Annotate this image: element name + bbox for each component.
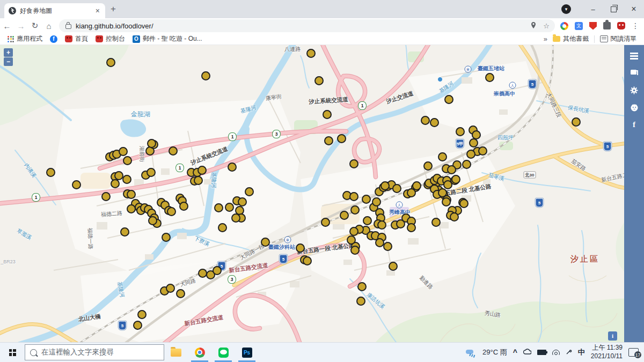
map-marker[interactable]: [176, 289, 185, 298]
map-marker[interactable]: [162, 233, 171, 242]
layers-book-icon[interactable]: [630, 69, 639, 78]
location-pin-icon[interactable]: [530, 21, 537, 31]
map-marker[interactable]: [357, 282, 367, 291]
map-marker[interactable]: [466, 150, 475, 159]
map-marker[interactable]: [350, 246, 360, 255]
map-marker[interactable]: [119, 147, 128, 156]
home-icon[interactable]: ⌂: [42, 21, 56, 31]
map-marker[interactable]: [46, 168, 55, 177]
map-marker[interactable]: [423, 161, 433, 171]
bookmarks-overflow-chevron[interactable]: »: [544, 35, 547, 43]
map-marker[interactable]: [321, 218, 330, 227]
map-marker[interactable]: [231, 213, 240, 223]
map-marker[interactable]: [111, 179, 120, 188]
map-marker[interactable]: [392, 184, 401, 193]
map-marker[interactable]: [324, 136, 333, 145]
map-marker[interactable]: [133, 321, 142, 330]
bookmark-facebook[interactable]: f: [50, 35, 57, 43]
github-icon[interactable]: [630, 103, 639, 112]
lock-icon[interactable]: [65, 24, 71, 29]
map-marker[interactable]: [306, 49, 316, 58]
reload-icon[interactable]: ↻: [28, 21, 42, 31]
taskbar-line[interactable]: [211, 343, 235, 362]
menu-hamburger-icon[interactable]: [630, 51, 639, 61]
adblock-shield-extension-icon[interactable]: [589, 22, 597, 30]
map-marker[interactable]: [442, 197, 451, 206]
map-marker[interactable]: [443, 180, 452, 189]
battery-icon[interactable]: [537, 350, 546, 355]
map-marker[interactable]: [101, 192, 111, 201]
map-marker[interactable]: [147, 139, 156, 148]
map-attribution-info-button[interactable]: i: [608, 331, 617, 341]
reading-list[interactable]: 閱讀清單: [600, 34, 636, 43]
map-marker[interactable]: [72, 180, 81, 189]
extensions-puzzle-icon[interactable]: [603, 22, 611, 29]
map-marker[interactable]: [214, 203, 223, 212]
map-marker[interactable]: [194, 176, 203, 185]
url-text[interactable]: kiang.github.io/foodlover/: [76, 22, 524, 30]
map-marker[interactable]: [323, 110, 332, 119]
map-marker[interactable]: [148, 216, 157, 225]
map-marker[interactable]: [303, 256, 312, 265]
map-marker[interactable]: [167, 207, 176, 216]
map-marker[interactable]: [127, 190, 136, 199]
map-marker[interactable]: [120, 227, 129, 237]
map-marker[interactable]: [447, 165, 456, 174]
bookmark-home[interactable]: 首頁: [65, 34, 88, 43]
map-marker[interactable]: [261, 238, 270, 247]
map-marker[interactable]: [169, 146, 178, 156]
taskbar-clock[interactable]: 上午 11:39 2021/10/11: [591, 344, 623, 360]
map-marker[interactable]: [438, 152, 447, 161]
map-marker[interactable]: [314, 76, 324, 85]
map-marker[interactable]: [372, 197, 381, 206]
map-marker[interactable]: [444, 95, 453, 104]
notification-center-icon[interactable]: 17: [628, 348, 639, 357]
map-marker[interactable]: [383, 242, 392, 251]
settings-gear-icon[interactable]: [630, 86, 639, 95]
bookmark-star-icon[interactable]: ☆: [543, 22, 550, 30]
address-bar[interactable]: kiang.github.io/foodlover/ ☆: [59, 19, 555, 32]
red-monster-extension-icon[interactable]: [617, 22, 625, 29]
map-marker[interactable]: [430, 118, 439, 127]
start-button[interactable]: [0, 343, 25, 362]
map-marker[interactable]: [451, 175, 460, 184]
map-marker[interactable]: [213, 266, 222, 275]
map-marker[interactable]: [412, 181, 421, 190]
map-marker[interactable]: [349, 159, 358, 168]
taskbar-file-explorer[interactable]: [164, 343, 188, 362]
browser-menu-kebab-icon[interactable]: ⋮: [632, 21, 639, 30]
map-marker[interactable]: [431, 218, 441, 227]
map-marker[interactable]: [179, 202, 188, 211]
map-marker[interactable]: [147, 168, 156, 177]
map-marker[interactable]: [122, 175, 131, 184]
usb-plug-icon[interactable]: [566, 349, 572, 357]
map-marker[interactable]: [377, 220, 386, 230]
facebook-share-icon[interactable]: f: [630, 120, 639, 129]
bookmark-apps[interactable]: 應用程式: [8, 34, 42, 43]
map-marker[interactable]: [225, 203, 234, 212]
ime-indicator[interactable]: 中: [578, 348, 585, 357]
bookmark-console[interactable]: 控制台: [96, 34, 125, 43]
map-marker[interactable]: [349, 227, 358, 236]
map-marker[interactable]: [478, 146, 487, 156]
tab-close-icon[interactable]: ×: [94, 7, 101, 14]
zoom-out-button[interactable]: −: [4, 57, 13, 66]
map-marker[interactable]: [340, 211, 349, 220]
map-marker[interactable]: [218, 223, 227, 232]
map-marker[interactable]: [363, 216, 372, 225]
map-marker[interactable]: [337, 134, 346, 143]
map-marker[interactable]: [362, 195, 371, 204]
map-marker[interactable]: [201, 71, 210, 80]
close-button[interactable]: ×: [624, 1, 644, 17]
taskbar-chrome[interactable]: [188, 343, 211, 362]
map-marker[interactable]: [450, 212, 459, 221]
map-marker[interactable]: [459, 199, 469, 208]
map-marker[interactable]: [380, 181, 390, 190]
map-marker[interactable]: [349, 192, 358, 201]
weather-text[interactable]: 29°C 雨: [482, 348, 507, 357]
map-marker[interactable]: [456, 127, 465, 136]
map-marker[interactable]: [166, 284, 175, 293]
map-marker[interactable]: [572, 117, 581, 127]
map-marker[interactable]: [245, 187, 254, 196]
map-marker[interactable]: [137, 310, 147, 319]
